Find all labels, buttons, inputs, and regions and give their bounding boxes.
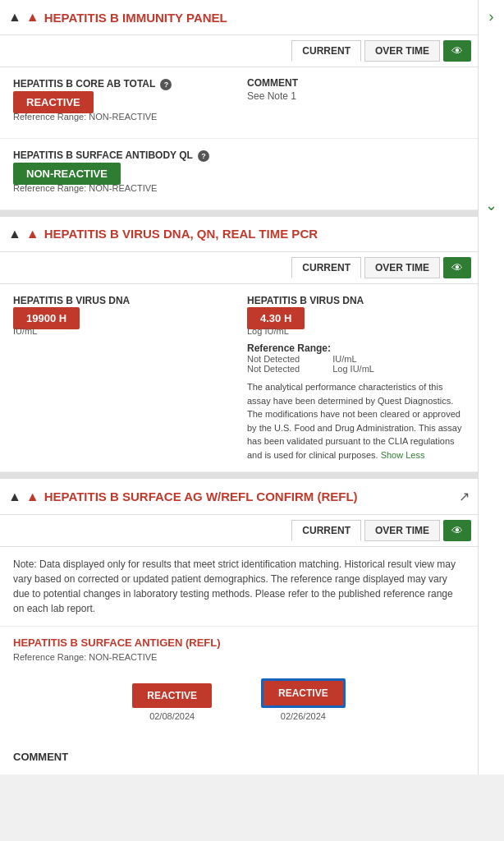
unit-dna-right: Log IU/mL [247, 326, 465, 336]
timeline-bars: REACTIVE 02/08/2024 REACTIVE 02/26/2024 [13, 678, 465, 721]
panel-title-dna: HEPATITIS B VIRUS DNA, QN, REAL TIME PCR [44, 227, 470, 241]
collapse-icon-surface-ag[interactable]: ▲ [8, 489, 21, 504]
tab-over-time-immunity[interactable]: OVER TIME [364, 40, 440, 62]
bar-date-1: 02/08/2024 [149, 711, 195, 721]
eye-button-surface-ag[interactable]: 👁 [443, 520, 471, 541]
ref-range-title-dna: Reference Range: [247, 342, 465, 354]
panel-title-immunity: HEPATITIS B IMMUNITY PANEL [44, 11, 470, 25]
ref-range-block-dna: Reference Range: Not Detected IU/mL Not … [247, 342, 465, 374]
result-label-dna-right: HEPATITIS B VIRUS DNA [247, 294, 465, 308]
bar-item-2: REACTIVE 02/26/2024 [261, 678, 346, 721]
help-icon-surface-ab[interactable]: ? [198, 150, 209, 162]
col-result-dna-left: HEPATITIS B VIRUS DNA 19900 H IU/mL [13, 294, 231, 462]
sidebar-chevron-down[interactable]: ⌄ [485, 196, 497, 214]
result-badge-core-ab: REACTIVE [13, 91, 94, 113]
collapse-icon-immunity[interactable]: ▲ [8, 10, 21, 25]
bar-block-1: REACTIVE [132, 683, 212, 708]
eye-button-dna[interactable]: 👁 [443, 257, 471, 278]
warning-icon-surface-ag: ▲ [26, 489, 39, 504]
reference-range-surface-ag: Reference Range: NON-REACTIVE [13, 652, 465, 662]
bar-block-2: REACTIVE [261, 678, 346, 708]
panel-hepatitis-b-virus-dna: ▲ ▲ HEPATITIS B VIRUS DNA, QN, REAL TIME… [0, 217, 478, 473]
result-hep-b-core-ab: HEPATITIS B CORE AB TOTAL ? REACTIVE Ref… [0, 67, 478, 139]
two-col-results-dna: HEPATITIS B VIRUS DNA 19900 H IU/mL HEPA… [0, 284, 478, 473]
tab-current-surface-ag[interactable]: CURRENT [291, 520, 361, 541]
help-icon-core-ab[interactable]: ? [160, 79, 172, 90]
comment-label-surface-ag: COMMENT [13, 751, 465, 763]
comment-label-core-ab: COMMENT [247, 77, 465, 89]
result-label-dna-left: HEPATITIS B VIRUS DNA [13, 294, 231, 308]
tab-bar-dna: CURRENT OVER TIME 👁 [0, 252, 478, 284]
antigen-section: HEPATITIS B SURFACE ANTIGEN (REFL) Refer… [0, 627, 478, 665]
eye-button-immunity[interactable]: 👁 [443, 40, 471, 62]
panel-title-surface-ag: HEPATITIS B SURFACE AG W/REFL CONFIRM (R… [44, 489, 459, 503]
timeline-area: REACTIVE 02/08/2024 REACTIVE 02/26/2024 [0, 665, 478, 741]
reference-range-surface-ab: Reference Range: NON-REACTIVE [13, 183, 239, 193]
sidebar-expand-arrow[interactable]: › [489, 8, 494, 25]
collapse-icon-dna[interactable]: ▲ [8, 227, 21, 241]
warning-icon-immunity: ▲ [26, 10, 39, 25]
panel-header-dna: ▲ ▲ HEPATITIS B VIRUS DNA, QN, REAL TIME… [0, 217, 478, 252]
warning-icon-dna: ▲ [26, 227, 39, 241]
panel-hepatitis-b-immunity: ▲ ▲ HEPATITIS B IMMUNITY PANEL CURRENT O… [0, 0, 478, 210]
result-label-surface-ab: HEPATITIS B SURFACE ANTIBODY QL ? [13, 149, 239, 163]
result-badge-surface-ab: NON-REACTIVE [13, 163, 121, 185]
bar-item-1: REACTIVE 02/08/2024 [132, 683, 212, 721]
tab-bar-surface-ag: CURRENT OVER TIME 👁 [0, 515, 478, 547]
panel-header-surface-ag: ▲ ▲ HEPATITIS B SURFACE AG W/REFL CONFIR… [0, 479, 478, 515]
panel-header-immunity: ▲ ▲ HEPATITIS B IMMUNITY PANEL [0, 0, 478, 35]
reference-range-core-ab: Reference Range: NON-REACTIVE [13, 112, 231, 122]
panel-hepatitis-b-surface-ag: ▲ ▲ HEPATITIS B SURFACE AG W/REFL CONFIR… [0, 479, 478, 774]
comment-bottom-surface-ag: COMMENT [0, 741, 478, 774]
tab-current-immunity[interactable]: CURRENT [291, 40, 361, 62]
analytical-text-dna: The analytical performance characteristi… [247, 380, 465, 462]
bar-date-2: 02/26/2024 [281, 711, 326, 721]
result-label-core-ab: HEPATITIS B CORE AB TOTAL ? [13, 77, 231, 91]
col-result-dna-right: HEPATITIS B VIRUS DNA 4.30 H Log IU/mL R… [247, 294, 465, 462]
comment-text-core-ab: See Note 1 [247, 90, 465, 102]
antigen-label: HEPATITIS B SURFACE ANTIGEN (REFL) [13, 636, 465, 649]
external-link-surface-ag[interactable]: ↗ [459, 489, 470, 504]
tab-over-time-surface-ag[interactable]: OVER TIME [364, 520, 440, 541]
tab-over-time-dna[interactable]: OVER TIME [364, 257, 440, 278]
ref-line-dna-1: Not Detected IU/mL [247, 354, 465, 364]
ref-line-dna-2: Not Detected Log IU/mL [247, 364, 465, 374]
tab-current-dna[interactable]: CURRENT [291, 257, 361, 278]
note-box-surface-ag: Note: Data displayed only for results th… [0, 547, 478, 627]
right-sidebar: › ⌄ [478, 0, 504, 774]
show-less-link[interactable]: Show Less [381, 450, 425, 460]
result-hep-b-surface-ab: HEPATITIS B SURFACE ANTIBODY QL ? NON-RE… [0, 139, 478, 210]
tab-bar-immunity: CURRENT OVER TIME 👁 [0, 35, 478, 67]
